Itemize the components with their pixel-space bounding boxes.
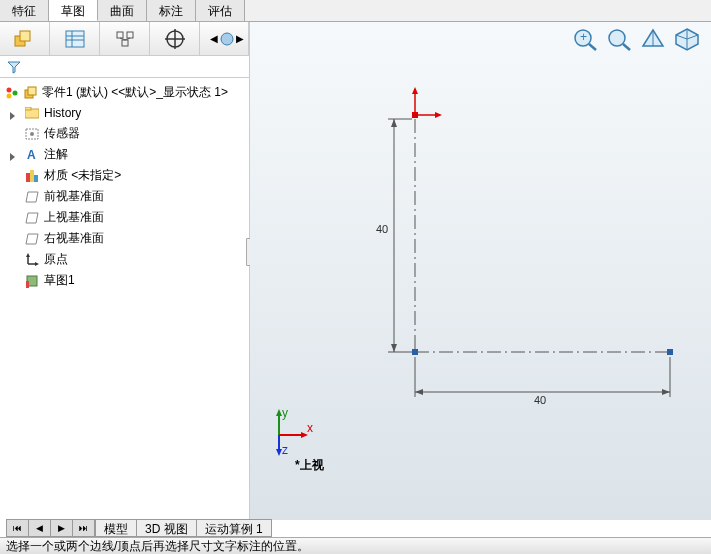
dimxpert-manager-icon[interactable]: [150, 22, 200, 55]
dimension-vertical[interactable]: [388, 119, 412, 352]
tree-item-material[interactable]: 材质 <未指定>: [2, 165, 247, 186]
svg-point-23: [30, 132, 34, 136]
svg-rect-33: [26, 281, 29, 288]
status-text: 选择一个或两个边线/顶点后再选择尺寸文字标注的位置。: [6, 539, 309, 553]
svg-rect-27: [34, 175, 38, 182]
command-manager-tabs: 特征 草图 曲面 标注 评估: [0, 0, 711, 22]
tree-item-front-plane[interactable]: 前视基准面: [2, 186, 247, 207]
dimension-horizontal[interactable]: [415, 357, 670, 397]
panel-toolbar: ◀ ▶: [0, 22, 249, 56]
scroll-last-icon[interactable]: ⏭: [73, 520, 95, 536]
svg-point-15: [7, 87, 12, 92]
panel-overflow[interactable]: ◀ ▶: [200, 22, 249, 55]
svg-text:x: x: [307, 421, 313, 435]
svg-marker-30: [26, 253, 30, 257]
view-orientation-label: *上视: [295, 457, 324, 474]
svg-marker-53: [415, 389, 423, 395]
tab-3d-view[interactable]: 3D 视图: [137, 519, 197, 537]
plane-icon: [24, 210, 40, 226]
tree-label: History: [44, 106, 81, 120]
feature-manager-icon[interactable]: [0, 22, 50, 55]
svg-rect-1: [20, 31, 30, 41]
tab-scroll-buttons: ⏮ ◀ ▶ ⏭: [6, 519, 96, 537]
tree-label: 上视基准面: [44, 209, 104, 226]
property-manager-icon[interactable]: [50, 22, 100, 55]
dimension-value-horizontal[interactable]: 40: [534, 394, 546, 406]
folder-icon: [24, 105, 40, 121]
scroll-first-icon[interactable]: ⏮: [7, 520, 29, 536]
svg-line-35: [589, 44, 596, 50]
svg-marker-48: [391, 119, 397, 127]
svg-text:y: y: [282, 407, 288, 420]
zoom-fit-icon[interactable]: +: [571, 26, 599, 52]
sketch-icon: [24, 273, 40, 289]
svg-rect-44: [412, 112, 418, 118]
svg-text:z: z: [282, 443, 288, 457]
tab-evaluate[interactable]: 评估: [196, 0, 245, 21]
svg-marker-49: [391, 344, 397, 352]
tab-surfaces[interactable]: 曲面: [98, 0, 147, 21]
svg-rect-21: [25, 107, 31, 110]
part-status-icon: [6, 87, 18, 99]
svg-marker-41: [412, 87, 418, 94]
scroll-next-icon[interactable]: ▶: [51, 520, 73, 536]
tree-item-sensors[interactable]: 传感器: [2, 123, 247, 144]
expand-icon[interactable]: [10, 109, 19, 118]
section-view-icon[interactable]: [639, 26, 667, 52]
feature-manager-panel: ◀ ▶ 零件1 (默认) <<默认>_显示状态 1> History: [0, 22, 250, 520]
sketch-origin-marker: [412, 87, 442, 118]
svg-rect-2: [66, 31, 84, 47]
status-bar: 选择一个或两个边线/顶点后再选择尺寸文字标注的位置。: [0, 537, 711, 554]
view-triad[interactable]: y x z: [267, 407, 317, 460]
tree-label: 草图1: [44, 272, 75, 289]
sensor-icon: [24, 126, 40, 142]
tree-label: 传感器: [44, 125, 80, 142]
zoom-area-icon[interactable]: [605, 26, 633, 52]
tree-item-annotations[interactable]: A 注解: [2, 144, 247, 165]
scroll-prev-icon[interactable]: ◀: [29, 520, 51, 536]
part-icon: [22, 85, 38, 101]
svg-line-38: [623, 44, 630, 50]
tree-item-top-plane[interactable]: 上视基准面: [2, 207, 247, 228]
svg-rect-26: [30, 170, 34, 182]
svg-text:A: A: [27, 148, 36, 162]
tree-label: 右视基准面: [44, 230, 104, 247]
filter-icon[interactable]: [6, 59, 22, 75]
tree-item-origin[interactable]: 原点: [2, 249, 247, 270]
tab-features[interactable]: 特征: [0, 0, 49, 21]
tab-motion-study[interactable]: 运动算例 1: [197, 519, 272, 537]
expand-icon[interactable]: [10, 150, 19, 159]
svg-point-16: [7, 93, 12, 98]
tree-root-label: 零件1 (默认) <<默认>_显示状态 1>: [42, 84, 228, 101]
tree-label: 注解: [44, 146, 68, 163]
tree-label: 前视基准面: [44, 188, 104, 205]
endpoint[interactable]: [667, 349, 673, 355]
tree-root[interactable]: 零件1 (默认) <<默认>_显示状态 1>: [2, 82, 247, 103]
svg-rect-7: [127, 32, 133, 38]
endpoint[interactable]: [412, 349, 418, 355]
tree-item-sketch1[interactable]: 草图1: [2, 270, 247, 291]
plane-icon: [24, 231, 40, 247]
svg-marker-43: [435, 112, 442, 118]
svg-rect-19: [28, 87, 36, 95]
tab-sketch[interactable]: 草图: [49, 0, 98, 21]
graphics-area[interactable]: +: [250, 22, 711, 520]
tab-model[interactable]: 模型: [96, 519, 137, 537]
annotation-icon: A: [24, 147, 40, 163]
tree-item-right-plane[interactable]: 右视基准面: [2, 228, 247, 249]
filter-row: [0, 56, 249, 78]
svg-point-17: [13, 90, 18, 95]
svg-rect-25: [26, 173, 30, 182]
motion-tabs: ⏮ ◀ ▶ ⏭ 模型 3D 视图 运动算例 1: [6, 519, 272, 537]
tree-label: 原点: [44, 251, 68, 268]
tab-annotate[interactable]: 标注: [147, 0, 196, 21]
tree-item-history[interactable]: History: [2, 103, 247, 123]
origin-icon: [24, 252, 40, 268]
svg-rect-8: [122, 40, 128, 46]
dimension-value-vertical[interactable]: 40: [376, 223, 388, 235]
svg-marker-54: [662, 389, 670, 395]
feature-tree: 零件1 (默认) <<默认>_显示状态 1> History 传感器 A 注解 …: [0, 78, 249, 520]
svg-point-37: [609, 30, 625, 46]
configuration-manager-icon[interactable]: [100, 22, 150, 55]
view-orientation-icon[interactable]: [673, 26, 701, 52]
